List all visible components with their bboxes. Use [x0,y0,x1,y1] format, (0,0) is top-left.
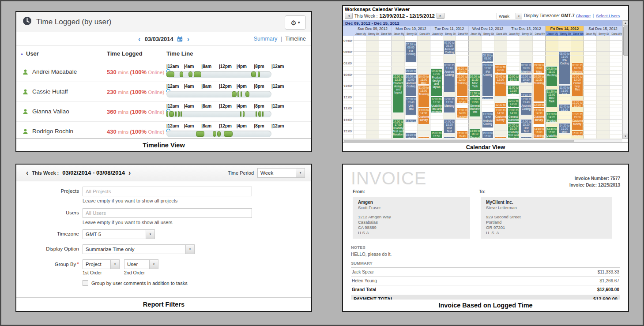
calendar-event[interactable]: 14:00 to 15:20Unit Test [444,119,455,134]
calendar-event[interactable]: 12:00 to 12:40Customer survey [456,97,468,104]
calendar-event[interactable]: 12:00 to 13:30Meeting [444,97,455,113]
period-select[interactable]: Week ▼ [497,13,522,19]
calendar-event[interactable]: 12:00 to 13:40Unit Test [405,97,417,115]
calendar-event[interactable]: 11:00 to 11:50Misc Task [508,85,519,94]
display-option-select[interactable]: Summarize Time only ▾ [83,244,195,254]
calendar-event[interactable]: 13:00 to 14:30Customer survey [533,108,545,124]
calendar-event[interactable]: 09:20 to 10:00Misc Task [456,66,468,73]
calendar-event[interactable]: 09:00 to 11:40Android Coding [444,63,455,92]
calendar-event[interactable]: 15:00 to 16:00Android Coding [482,131,493,139]
calendar-event[interactable]: 10:00 to 12:30Training [533,74,545,102]
timezone-select[interactable]: GMT-5 ▾ [83,229,155,239]
scrollbar-thumb[interactable] [623,26,629,56]
calendar-event[interactable]: 10:00 to 12:00Android Coding [405,74,417,96]
caret-down-icon: ▼ [516,13,522,19]
calendar-event[interactable]: 12:30 to 13:00 [533,102,545,108]
notes-label: NOTES [351,245,620,250]
calendar-event[interactable]: 15:10 to 16:30Android Coding [405,132,417,139]
calendar-event[interactable]: 11:40 to 12:00 [520,93,532,96]
calendar-event[interactable]: 13:00 to 14:20General Marketing test [508,108,519,122]
calendar-event[interactable]: 10:00 to 11:30Misc Task [469,74,481,90]
calendar-event[interactable]: 14:50 to 16:10General Marketing test [469,128,481,139]
vertical-scrollbar[interactable]: ▲ ▼ [622,20,628,139]
calendar-event[interactable]: 14:00 to 17:00Usability Test and Iterati… [392,119,404,139]
activity-segment [243,111,245,117]
panel-caption: Calendar View [343,142,628,151]
users-input[interactable] [83,208,252,218]
calendar-event[interactable]: 13:20 to 14:50Android Coding [482,112,493,128]
calendar-event[interactable]: 08:00 to 11:00IPA Coding [559,51,570,85]
calendar-event[interactable]: 09:30 to 10:00 [405,68,417,74]
calendar-event[interactable]: 15:30 to 17:00 [495,136,506,139]
calendar-event[interactable]: 08:10 to 09:00Meeting [482,53,493,62]
calendar-event[interactable]: 15:00 to 16:40Training [456,131,468,139]
calendar-event[interactable]: 09:00 to 10:00Meeting [520,63,532,74]
scroll-down-icon[interactable]: ▼ [623,134,628,139]
calendar-event[interactable]: 10:00 to 10:40Misc Task [508,74,519,81]
calendar-event[interactable]: 11:00 to 13:00Training [418,85,429,107]
next-week-button[interactable]: › [128,169,131,177]
prev-date-button[interactable]: ‹ [138,35,140,43]
calendar-icon[interactable] [175,35,183,42]
calendar-event[interactable]: 13:00 to 14:30Customer survey [418,108,429,124]
calendar-event[interactable]: 09:20 to 11:10Meeting [546,66,557,86]
calendar-event[interactable]: 12:00 to 13:40Android Coding [520,97,532,115]
calendar-event[interactable]: 11:00 to 11:50Unit Test [559,85,570,94]
calendar-event[interactable]: 14:00 to 15:20Unit Test [520,119,532,134]
calendar-event[interactable]: 09:00 to 10:00Meeting [572,63,583,74]
calendar-event[interactable]: 13:20 to 14:20Product design and layout [546,112,557,123]
prev-week-button[interactable]: ‹ [26,169,28,177]
next-week-button[interactable]: ► [437,13,444,19]
calendar-event[interactable]: 14:20 to 16:00Usability Test and Iterati… [508,123,519,139]
scroll-up-icon[interactable]: ▲ [623,20,628,26]
timeline-view-link[interactable]: Timeline [285,36,306,42]
calendar-event[interactable]: 13:00 to 14:00Customer survey [456,108,468,119]
calendar-event[interactable]: 10:00 to 13:30Product design and layout [392,74,404,113]
calendar-event[interactable]: 09:00 to 12:00IPA Coding [482,63,493,96]
calendar-event[interactable]: 10:00 to 12:00Training [495,74,506,96]
change-timezone-link[interactable]: Change [576,13,591,18]
group-comments-checkbox[interactable] [83,280,88,286]
next-date-button[interactable]: › [187,35,189,43]
calendar-event[interactable]: 15:30 to 16:00 [444,136,455,139]
calendar-event[interactable]: 15:00 to 15:30 [572,131,583,136]
calendar-event[interactable]: 12:00 to 12:20 [482,97,493,100]
calendar-event[interactable]: 09:00 to 10:00Misc Task [533,63,545,74]
sort-asc-icon[interactable]: ▲ [20,46,24,62]
calendar-event[interactable]: 13:20 to 15:00Customer survey [572,112,583,130]
calendar-event[interactable]: 11:30 to 12:00 [469,91,481,96]
summary-row: Helen Young$1,266.67 [351,277,620,285]
calendar-event[interactable]: 10:00 to 12:00Training [456,74,468,96]
prev-week-button[interactable]: ◄ [345,13,353,19]
settings-button[interactable]: ⚙ ▾ [285,15,306,30]
calendar-event[interactable]: 09:30 to 12:00Product design and layout [431,68,442,96]
calendar-event[interactable]: 09:10 to 10:00Meeting [495,64,506,73]
calendar-event[interactable]: 12:20 to 13:00Online help files [572,100,583,107]
calendar-event[interactable]: 10:00 to 10:50IPA Coding [520,74,532,83]
user-header: Jason Myers [430,31,443,36]
calendar-event[interactable]: 14:40 to 16:00Training [533,127,545,139]
group-by-1-select[interactable]: Project ▾ [83,259,120,269]
calendar-event[interactable]: 12:40 to 13:20Android Coding [559,104,570,111]
calendar-event[interactable]: 10:00 to 12:00Online help files [572,74,583,96]
calendar-event[interactable]: 15:30 to 16:00 [520,136,532,139]
calendar-event[interactable]: 13:00 to 14:30Customer survey [495,108,506,124]
calendar-event[interactable]: 15:30 to 17:00 [418,136,429,139]
calendar-event[interactable]: 12:00 to 13:50General Marketing test [469,97,481,117]
select-users-link[interactable]: Select Users [596,13,620,18]
calendar-event[interactable]: 07:10 to 09:00IPA Coding [405,42,417,62]
time-period-select[interactable]: Week ▾ [257,168,305,178]
calendar-event[interactable]: 10:00 to 11:00Misc Task [418,74,429,85]
projects-input[interactable] [83,187,252,196]
calendar-event[interactable]: 14:00 to 14:20 [405,119,417,123]
calendar-event[interactable]: 15:00 to 15:50Meeting [431,131,442,139]
calendar-event[interactable]: 12:00 to 13:30Usability Test and Iterati… [431,97,442,113]
summary-view-link[interactable]: Summary [254,36,277,42]
calendar-event[interactable]: 12:30 to 13:00 [495,102,506,108]
calendar-event[interactable]: 12:10 to 13:00Meeting [508,98,519,107]
calendar-event[interactable]: 07:00 to 08:20Android Coding [444,40,455,55]
calendar-event[interactable]: 14:20 to 15:20Misc Task [559,123,570,134]
group-by-2-select[interactable]: User ▾ [124,259,158,269]
calendar-event[interactable]: 11:20 to 13:00Misc Task [546,89,557,108]
calendar-event[interactable]: 14:40 to 16:00Usability Test and Iterati… [546,127,557,139]
